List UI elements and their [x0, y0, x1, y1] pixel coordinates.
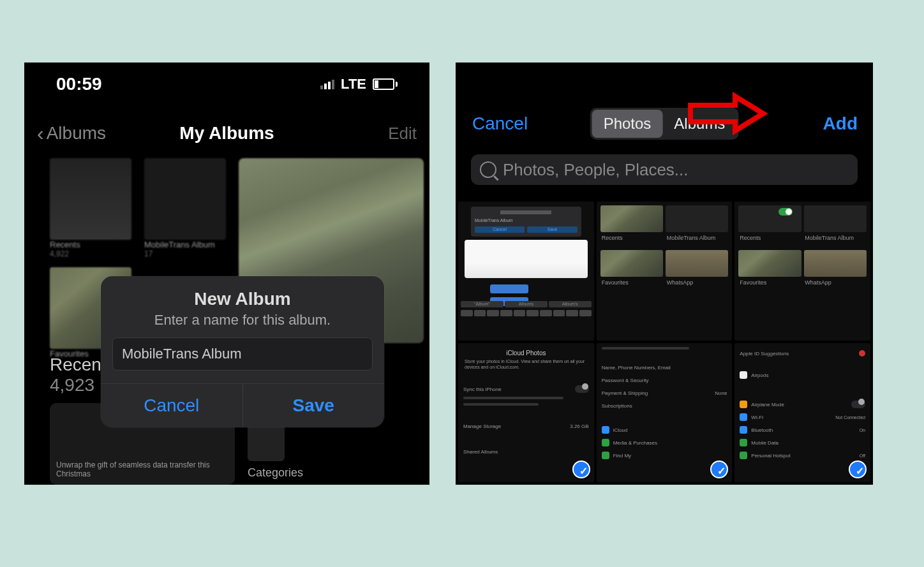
photo-cell[interactable]: Recents MobileTrans Album Favourites Wha…: [597, 202, 733, 341]
search-icon: [480, 161, 496, 178]
album-count: 17: [144, 249, 226, 258]
photo-picker-grid: MobileTrans Album Cancel Save "Album"Alb…: [456, 199, 873, 485]
nav-bar: ‹ Albums My Albums Edit: [24, 119, 429, 148]
photo-cell[interactable]: MobileTrans Album Cancel Save "Album"Alb…: [458, 202, 594, 341]
battery-icon: [373, 78, 398, 90]
new-album-dialog: New Album Enter a name for this album. C…: [101, 276, 384, 427]
search-field[interactable]: Photos, People, Places...: [471, 154, 858, 185]
album-count: 4,922: [50, 249, 131, 258]
status-time: 00:59: [56, 74, 102, 94]
promo-text: Unwrap the gift of seamless data transfe…: [56, 460, 228, 478]
network-label: LTE: [341, 76, 366, 92]
mini-dialog-title: [500, 210, 551, 214]
status-indicators: LTE: [320, 76, 398, 92]
album-label: MobileTrans Album: [144, 240, 226, 249]
photo-cell[interactable]: Recents MobileTrans Album Favourites Wha…: [734, 202, 870, 341]
nav-title: My Albums: [24, 123, 429, 144]
categories-label: Categories: [248, 466, 350, 480]
photo-cell-selected[interactable]: Apple ID Suggestions Airpods Airplane Mo…: [734, 343, 870, 482]
status-bar: 00:59 LTE: [24, 63, 429, 106]
cancel-button[interactable]: Cancel: [101, 384, 242, 427]
annotation-arrow-icon: [685, 91, 768, 136]
album-thumb-mobiletrans[interactable]: [144, 158, 226, 240]
picker-nav: Cancel Photos Albums Add: [456, 106, 873, 142]
mini-save: Save: [527, 226, 577, 233]
album-name-input[interactable]: [112, 337, 373, 371]
mini-cancel: Cancel: [475, 226, 525, 233]
toggle-icon: [851, 401, 865, 408]
add-button[interactable]: Add: [823, 114, 858, 134]
phone-screenshot-left: 00:59 LTE ‹ Albums My Albums Edit Recent…: [24, 63, 429, 485]
dialog-subtitle: Enter a name for this album.: [112, 312, 373, 328]
save-button[interactable]: Save: [242, 384, 385, 427]
album-thumb-recents[interactable]: [50, 158, 131, 240]
photo-cell-selected[interactable]: Name, Phone Numbers, Email Password & Se…: [597, 343, 733, 482]
dialog-title: New Album: [112, 289, 373, 309]
signal-icon: [320, 80, 334, 89]
cancel-button[interactable]: Cancel: [472, 114, 528, 134]
photo-cell-selected[interactable]: iCloud Photos Store your photos in iClou…: [458, 343, 594, 482]
phone-screenshot-right: Cancel Photos Albums Add Photos, People,…: [456, 63, 873, 485]
toggle-icon: [575, 385, 589, 393]
album-label: Recents: [50, 240, 131, 249]
search-placeholder: Photos, People, Places...: [503, 160, 689, 180]
segment-photos[interactable]: Photos: [592, 110, 663, 138]
